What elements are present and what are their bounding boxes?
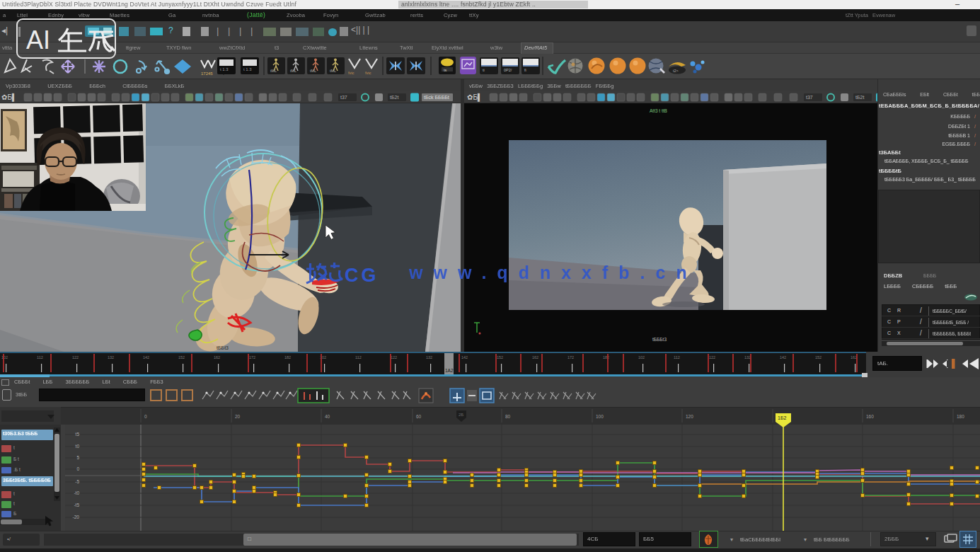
svg-text:102: 102 (1, 355, 8, 360)
svg-text:132: 132 (426, 355, 432, 360)
svg-text:162: 162 (851, 355, 857, 360)
svg-text:132: 132 (744, 355, 751, 360)
svg-text:142: 142 (780, 355, 786, 360)
svg-text:tБck ББББt: tБck ББББt (424, 95, 449, 100)
svg-text:172: 172 (249, 355, 255, 360)
svg-text:182: 182 (284, 355, 291, 360)
svg-text:122: 122 (709, 355, 715, 360)
svg-text:t2>: t2> (673, 69, 679, 73)
svg-text:tБББt3: tБББt3 (652, 337, 667, 342)
svg-text:152: 152 (815, 355, 822, 360)
svg-text:Att3 t ttB: Att3 t ttB (650, 108, 667, 113)
svg-text:172: 172 (567, 355, 574, 360)
svg-text:t37: t37 (340, 95, 347, 100)
svg-text:✿Б▍: ✿Б▍ (467, 93, 483, 102)
svg-text:ts: ts (444, 68, 447, 72)
svg-text:112: 112 (355, 355, 362, 360)
svg-text:152: 152 (497, 355, 503, 360)
svg-text:tББt3: tББt3 (217, 345, 229, 350)
svg-text:152: 152 (178, 355, 185, 360)
svg-text:142: 142 (143, 355, 149, 360)
svg-text:112: 112 (37, 355, 43, 360)
svg-text:1Б2: 1Б2 (778, 415, 786, 420)
svg-text:tБ2t: tБ2t (390, 95, 398, 100)
svg-text:t37: t37 (806, 95, 813, 100)
svg-text:142: 142 (461, 355, 468, 360)
svg-text:112: 112 (674, 355, 680, 360)
svg-text:17245: 17245 (201, 71, 213, 76)
svg-text:122: 122 (391, 355, 397, 360)
svg-text:1A2: 1A2 (445, 368, 454, 373)
svg-text:CG: CG (345, 265, 379, 286)
svg-text:162: 162 (532, 355, 538, 360)
svg-text:162: 162 (214, 355, 220, 360)
svg-text:132: 132 (108, 355, 114, 360)
svg-text:fvtc: fvtc (365, 71, 371, 75)
svg-text:102: 102 (638, 355, 645, 360)
svg-text:✿Б▍: ✿Б▍ (1, 93, 18, 102)
svg-text:tБ2t: tБ2t (855, 95, 864, 100)
svg-text:122: 122 (72, 355, 79, 360)
svg-text:fvtc: fvtc (348, 71, 354, 75)
